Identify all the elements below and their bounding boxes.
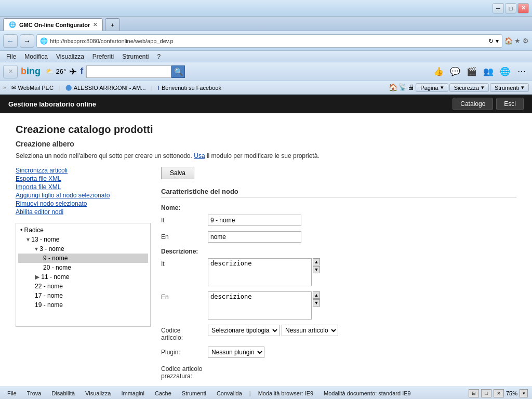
menu-strumenti[interactable]: Strumenti bbox=[118, 52, 153, 61]
scroll-down-2[interactable]: ▼ bbox=[313, 299, 320, 307]
desc-en-textarea[interactable]: descrizione bbox=[208, 291, 312, 320]
codice-row: Codice articolo: Selezionare tipologia N… bbox=[161, 325, 516, 341]
status-convalida[interactable]: Convalida bbox=[214, 390, 245, 396]
pagina-label: Pagina bbox=[420, 85, 438, 91]
status-strumenti[interactable]: Strumenti bbox=[179, 390, 209, 396]
tree-root[interactable]: • Radice bbox=[18, 225, 148, 235]
plugin-row: Plugin: Nessun plungin bbox=[161, 347, 516, 358]
strumenti-arrow: ▾ bbox=[521, 84, 524, 91]
scroll-up-2[interactable]: ▲ bbox=[313, 291, 320, 299]
web-icon[interactable]: 🌐 bbox=[498, 65, 512, 78]
menu-visualizza[interactable]: Visualizza bbox=[52, 52, 88, 61]
tree-item[interactable]: ▾ 3 - nome bbox=[18, 244, 148, 254]
close-win-btn[interactable]: ✕ bbox=[494, 389, 504, 397]
refresh-icon[interactable]: ↻ bbox=[488, 37, 494, 45]
fav-webmail[interactable]: ✉ WebMail PEC bbox=[8, 83, 57, 92]
en-label-desc: En bbox=[161, 291, 203, 301]
tree-item[interactable]: 22 - nome bbox=[18, 282, 148, 291]
rss-icon[interactable]: 📡 bbox=[398, 83, 407, 92]
menu-file[interactable]: File bbox=[2, 52, 20, 61]
fav-facebook-label: Benvenuti su Facebook bbox=[162, 85, 221, 91]
share-icon[interactable]: 👥 bbox=[481, 65, 496, 78]
status-visualizza[interactable]: Visualizza bbox=[82, 390, 114, 396]
link-esporta[interactable]: Esporta file XML bbox=[16, 175, 151, 182]
nome-it-row: It bbox=[161, 215, 516, 226]
forward-button[interactable]: → bbox=[20, 34, 34, 48]
minimize-button[interactable]: ─ bbox=[493, 3, 504, 14]
pagina-arrow: ▾ bbox=[441, 84, 444, 91]
link-importa[interactable]: Importa file XML bbox=[16, 183, 151, 191]
status-cache[interactable]: Cache bbox=[152, 390, 175, 396]
desc-link[interactable]: Usa bbox=[194, 152, 205, 159]
address-input[interactable] bbox=[50, 38, 486, 44]
tipologia-select[interactable]: Selezionare tipologia bbox=[208, 325, 280, 336]
restore-button[interactable]: □ bbox=[505, 3, 516, 14]
tab-new[interactable]: + bbox=[105, 18, 119, 31]
print-icon[interactable]: 🖨 bbox=[408, 83, 415, 92]
arrigoni-icon: ⬤ bbox=[65, 84, 72, 91]
link-abilita[interactable]: Abilita editor nodi bbox=[16, 208, 151, 216]
search-button[interactable]: 🔍 bbox=[171, 65, 185, 78]
nome-en-input[interactable] bbox=[208, 231, 301, 243]
expand-icon[interactable]: » bbox=[3, 85, 6, 90]
lock-icon: 🌐 bbox=[40, 37, 48, 45]
like-icon[interactable]: 👍 bbox=[431, 65, 446, 78]
tree-item[interactable]: 17 - nome bbox=[18, 291, 148, 300]
dropdown-icon[interactable]: ▾ bbox=[496, 37, 499, 45]
close-button[interactable]: ✕ bbox=[517, 3, 529, 14]
tree-item-selected[interactable]: 9 - nome bbox=[18, 254, 148, 263]
scroll-up-1[interactable]: ▲ bbox=[313, 258, 320, 265]
tree-label-2: 3 - nome bbox=[39, 245, 64, 252]
link-aggiungi[interactable]: Aggiungi figlio al nodo selezionato bbox=[16, 192, 151, 199]
scroll-down-1[interactable]: ▼ bbox=[313, 266, 320, 273]
desc-it-row: It descrizione ▲ ▼ bbox=[161, 258, 516, 286]
status-disabilita[interactable]: Disabilità bbox=[48, 390, 78, 396]
tree-item[interactable]: ▾ 13 - nome bbox=[18, 235, 148, 244]
status-trova[interactable]: Trova bbox=[24, 390, 45, 396]
link-rimuovi[interactable]: Rimuovi nodo selezionato bbox=[16, 200, 151, 207]
plugin-select[interactable]: Nessun plungin bbox=[208, 347, 264, 358]
menu-preferiti[interactable]: Preferiti bbox=[88, 52, 118, 61]
more-icon[interactable]: ⋯ bbox=[514, 65, 529, 78]
save-button[interactable]: Salva bbox=[161, 167, 194, 179]
tab-label: GMC On-line Configurator bbox=[19, 22, 90, 28]
link-sincronizza[interactable]: Sincronizza articoli bbox=[16, 167, 151, 174]
tree-item[interactable]: 19 - nome bbox=[18, 300, 148, 310]
tab-active[interactable]: 🌐 GMC On-line Configurator ✕ bbox=[3, 18, 103, 31]
back-button[interactable]: ← bbox=[3, 34, 18, 48]
articolo-select[interactable]: Nessun articolo bbox=[282, 325, 338, 336]
menu-help[interactable]: ? bbox=[153, 52, 165, 61]
desc-en-wrap: descrizione ▲ ▼ bbox=[208, 291, 320, 320]
tree-item[interactable]: ▶ 11 - nome bbox=[18, 272, 148, 282]
esci-button[interactable]: Esci bbox=[496, 98, 524, 110]
fav-facebook[interactable]: f Benvenuti su Facebook bbox=[154, 84, 224, 92]
close-search-icon[interactable]: ✕ bbox=[3, 65, 18, 78]
fav-arrigoni[interactable]: ⬤ ALESSIO ARRIGONI - AM... bbox=[62, 83, 149, 92]
status-file[interactable]: File bbox=[4, 390, 20, 396]
page-tool-pagina[interactable]: Pagina ▾ bbox=[416, 83, 448, 92]
page-tools: 🏠 📡 🖨 Pagina ▾ Sicurezza ▾ Strumenti ▾ bbox=[389, 83, 529, 92]
tab-close-icon[interactable]: ✕ bbox=[93, 22, 97, 28]
page-tool-sicurezza[interactable]: Sicurezza ▾ bbox=[449, 83, 489, 92]
search-input[interactable] bbox=[86, 65, 171, 78]
maximize-win-btn[interactable]: □ bbox=[481, 389, 491, 397]
status-immagini[interactable]: Immagini bbox=[118, 390, 148, 396]
home-icon2[interactable]: 🏠 bbox=[389, 83, 397, 92]
restore-win-btn[interactable]: ⊟ bbox=[469, 389, 479, 397]
tree-label-6: 22 - nome bbox=[35, 283, 63, 290]
zoom-level: 75% bbox=[506, 390, 517, 396]
video-icon[interactable]: 🎬 bbox=[464, 65, 479, 78]
app-title: Gestione laboratorio online bbox=[8, 100, 96, 108]
descrizione-label: Descrizione: bbox=[161, 248, 516, 255]
tree-label-1: 13 - nome bbox=[31, 236, 59, 243]
tree-panel[interactable]: • Radice ▾ 13 - nome ▾ 3 - nome 9 - nome bbox=[16, 223, 151, 327]
desc-it-textarea[interactable]: descrizione bbox=[208, 258, 312, 286]
chat-icon[interactable]: 💬 bbox=[448, 65, 462, 78]
menu-modifica[interactable]: Modifica bbox=[20, 52, 52, 61]
catalogo-button[interactable]: Catalogo bbox=[453, 98, 493, 110]
tree-item[interactable]: 20 - nome bbox=[18, 263, 148, 272]
page-tool-strumenti[interactable]: Strumenti ▾ bbox=[490, 83, 529, 92]
nome-it-input[interactable] bbox=[208, 215, 301, 226]
zoom-dropdown-btn[interactable]: ▾ bbox=[520, 389, 528, 397]
codice-controls: Selezionare tipologia Nessun articolo bbox=[208, 325, 338, 336]
